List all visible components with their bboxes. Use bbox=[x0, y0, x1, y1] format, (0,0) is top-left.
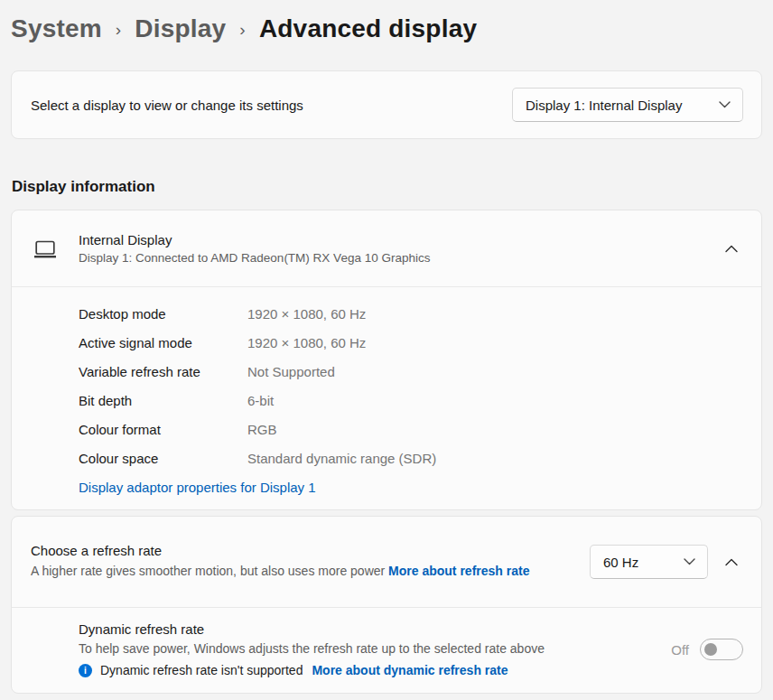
chevron-right-icon: › bbox=[239, 20, 246, 40]
chevron-down-icon bbox=[684, 558, 695, 565]
detail-value: 6-bit bbox=[247, 393, 274, 408]
display-information-titles: Internal Display Display 1: Connected to… bbox=[79, 232, 430, 265]
dynamic-refresh-rate-toggle-group: Off bbox=[671, 639, 743, 660]
display-name: Internal Display bbox=[79, 232, 430, 247]
refresh-rate-description-text: A higher rate gives smoother motion, but… bbox=[31, 564, 385, 578]
detail-value: RGB bbox=[247, 422, 277, 437]
detail-row-variable-refresh-rate: Variable refresh rate Not Supported bbox=[79, 357, 743, 386]
refresh-rate-text: Choose a refresh rate A higher rate give… bbox=[31, 543, 529, 581]
chevron-down-icon bbox=[719, 101, 731, 108]
display-details-list: Desktop mode 1920 × 1080, 60 Hz Active s… bbox=[12, 287, 761, 509]
display-connection-subtitle: Display 1: Connected to AMD Radeon(TM) R… bbox=[79, 251, 430, 265]
dynamic-refresh-rate-toggle[interactable] bbox=[700, 639, 743, 660]
toggle-knob bbox=[704, 643, 717, 656]
detail-value: 1920 × 1080, 60 Hz bbox=[247, 335, 366, 350]
dynamic-refresh-rate-description: To help save power, Windows adjusts the … bbox=[79, 641, 545, 656]
refresh-rate-controls: 60 Hz bbox=[590, 545, 743, 579]
detail-row-bit-depth: Bit depth 6-bit bbox=[79, 386, 743, 415]
refresh-rate-value: 60 Hz bbox=[603, 555, 638, 570]
display-selector-dropdown[interactable]: Display 1: Internal Display bbox=[512, 88, 743, 122]
breadcrumb-display[interactable]: Display bbox=[135, 14, 226, 43]
refresh-rate-header[interactable]: Choose a refresh rate A higher rate give… bbox=[12, 517, 761, 607]
dynamic-refresh-rate-title: Dynamic refresh rate bbox=[79, 621, 545, 637]
dynamic-refresh-rate-row: Dynamic refresh rate To help save power,… bbox=[12, 608, 761, 693]
dynamic-refresh-rate-info-text: Dynamic refresh rate isn't supported bbox=[100, 663, 303, 677]
display-selector-label: Select a display to view or change its s… bbox=[31, 98, 303, 113]
detail-label: Active signal mode bbox=[79, 335, 247, 350]
refresh-rate-description: A higher rate gives smoother motion, but… bbox=[31, 562, 529, 581]
dynamic-refresh-rate-info: i Dynamic refresh rate isn't supported M… bbox=[79, 663, 545, 677]
detail-row-active-signal-mode: Active signal mode 1920 × 1080, 60 Hz bbox=[79, 328, 743, 357]
detail-value: 1920 × 1080, 60 Hz bbox=[247, 306, 366, 322]
display-selector-card: Select a display to view or change its s… bbox=[11, 70, 762, 139]
detail-label: Variable refresh rate bbox=[79, 364, 247, 379]
detail-value: Not Supported bbox=[247, 364, 335, 379]
chevron-up-icon bbox=[725, 245, 738, 253]
detail-label: Colour space bbox=[79, 451, 247, 466]
adaptor-properties-row: Display adaptor properties for Display 1 bbox=[79, 472, 743, 501]
detail-label: Desktop mode bbox=[79, 306, 247, 322]
info-icon: i bbox=[79, 664, 92, 677]
more-about-refresh-rate-link[interactable]: More about refresh rate bbox=[388, 564, 529, 578]
display-information-card: Internal Display Display 1: Connected to… bbox=[11, 210, 762, 510]
detail-row-desktop-mode: Desktop mode 1920 × 1080, 60 Hz bbox=[79, 299, 743, 328]
dynamic-refresh-rate-text: Dynamic refresh rate To help save power,… bbox=[79, 621, 545, 677]
chevron-up-icon bbox=[725, 558, 738, 566]
display-selector-value: Display 1: Internal Display bbox=[526, 98, 682, 113]
toggle-state-label: Off bbox=[671, 642, 689, 658]
advanced-display-page: System › Display › Advanced display Sele… bbox=[0, 0, 773, 694]
laptop-icon bbox=[33, 238, 57, 259]
page-title: Advanced display bbox=[259, 14, 477, 43]
breadcrumb-system[interactable]: System bbox=[11, 14, 102, 43]
refresh-rate-dropdown[interactable]: 60 Hz bbox=[590, 545, 708, 579]
more-about-dynamic-refresh-rate-link[interactable]: More about dynamic refresh rate bbox=[312, 663, 508, 677]
collapse-display-info-button[interactable] bbox=[720, 239, 743, 258]
breadcrumb: System › Display › Advanced display bbox=[11, 0, 762, 43]
display-information-heading: Display information bbox=[12, 178, 762, 196]
refresh-rate-card: Choose a refresh rate A higher rate give… bbox=[11, 516, 762, 694]
detail-value: Standard dynamic range (SDR) bbox=[247, 451, 436, 466]
collapse-refresh-rate-button[interactable] bbox=[720, 553, 743, 572]
detail-label: Bit depth bbox=[79, 393, 247, 408]
detail-label: Colour format bbox=[79, 422, 247, 437]
detail-row-colour-format: Colour format RGB bbox=[79, 415, 743, 443]
display-information-header[interactable]: Internal Display Display 1: Connected to… bbox=[12, 210, 761, 286]
chevron-right-icon: › bbox=[116, 20, 122, 40]
display-adaptor-properties-link[interactable]: Display adaptor properties for Display 1 bbox=[79, 480, 316, 495]
refresh-rate-title: Choose a refresh rate bbox=[31, 543, 529, 558]
detail-row-colour-space: Colour space Standard dynamic range (SDR… bbox=[79, 443, 743, 472]
